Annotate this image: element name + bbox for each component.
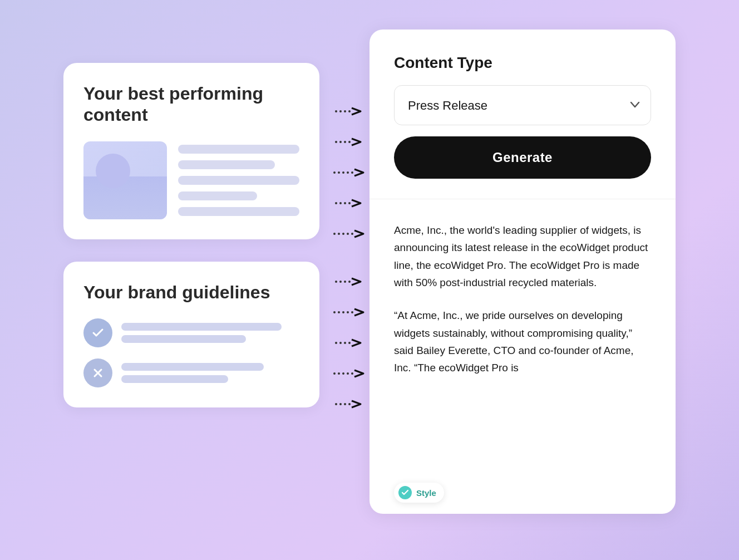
svg-point-11 <box>338 171 340 174</box>
paragraph-1: Acme, Inc., the world's leading supplier… <box>394 222 651 291</box>
svg-point-22 <box>347 233 349 235</box>
cross-circle <box>83 358 112 387</box>
svg-point-32 <box>351 311 353 313</box>
content-line <box>178 207 299 216</box>
content-line <box>178 145 299 154</box>
svg-point-4 <box>344 110 346 112</box>
svg-point-30 <box>342 311 344 313</box>
content-type-section: Content Type Press Release Blog Post Soc… <box>370 30 676 199</box>
arrow-2 <box>333 137 363 147</box>
svg-point-2 <box>335 110 337 112</box>
generate-button[interactable]: Generate <box>394 136 651 179</box>
svg-point-9 <box>348 141 351 143</box>
svg-point-40 <box>347 372 349 375</box>
svg-point-35 <box>344 342 346 344</box>
svg-point-16 <box>339 202 342 204</box>
svg-point-21 <box>342 233 344 235</box>
svg-point-10 <box>333 171 336 174</box>
content-type-select[interactable]: Press Release Blog Post Social Media Pos… <box>394 85 651 125</box>
svg-point-8 <box>344 141 346 143</box>
card2-title: Your brand guidelines <box>83 282 299 303</box>
svg-point-17 <box>344 202 346 204</box>
brand-row-cross <box>83 358 299 387</box>
svg-point-33 <box>335 342 337 344</box>
style-badge[interactable]: Style <box>394 483 444 503</box>
style-badge-icon <box>398 486 412 499</box>
svg-point-7 <box>339 141 342 143</box>
content-line <box>178 160 275 169</box>
left-panel: Your best performing content Your brand … <box>63 30 326 407</box>
svg-point-12 <box>342 171 344 174</box>
content-type-heading: Content Type <box>394 54 651 72</box>
svg-point-26 <box>344 281 346 283</box>
svg-point-38 <box>338 372 340 375</box>
arrows-container <box>326 30 370 419</box>
card1-lines <box>178 145 299 216</box>
svg-point-31 <box>347 311 349 313</box>
generated-content-section: Acme, Inc., the world's leading supplier… <box>370 199 676 401</box>
arrow-8 <box>333 338 363 348</box>
style-badge-label: Style <box>416 488 436 498</box>
brand-guidelines-card: Your brand guidelines <box>63 262 319 407</box>
svg-point-28 <box>333 311 336 313</box>
paragraph-2: “At Acme, Inc., we pride ourselves on de… <box>394 307 651 376</box>
svg-point-19 <box>333 233 336 235</box>
svg-point-5 <box>348 110 351 112</box>
svg-point-18 <box>348 202 351 204</box>
image-placeholder <box>83 141 167 219</box>
svg-point-25 <box>339 281 342 283</box>
content-line <box>178 191 257 200</box>
svg-point-6 <box>335 141 337 143</box>
svg-point-29 <box>338 311 340 313</box>
brand-row-check <box>83 318 299 347</box>
svg-point-43 <box>339 403 342 405</box>
select-wrapper: Press Release Blog Post Social Media Pos… <box>394 85 651 125</box>
brand-line <box>121 335 246 343</box>
check-circle <box>83 318 112 347</box>
right-panel: Content Type Press Release Blog Post Soc… <box>370 30 676 514</box>
arrow-6 <box>333 277 363 287</box>
svg-point-15 <box>335 202 337 204</box>
arrow-3 <box>331 168 364 178</box>
arrow-10 <box>333 399 363 409</box>
svg-point-24 <box>335 281 337 283</box>
brand-line <box>121 375 228 383</box>
brand-lines-1 <box>121 323 299 343</box>
svg-point-37 <box>333 372 336 375</box>
brand-lines-2 <box>121 363 299 383</box>
best-content-card: Your best performing content <box>63 63 319 239</box>
svg-point-36 <box>348 342 351 344</box>
svg-point-14 <box>351 171 353 174</box>
arrow-4 <box>333 198 363 208</box>
brand-line <box>121 323 282 331</box>
svg-point-39 <box>342 372 344 375</box>
content-line <box>178 176 299 185</box>
arrow-7 <box>331 307 364 317</box>
card1-title: Your best performing content <box>83 83 299 126</box>
arrow-5 <box>331 229 364 239</box>
brand-line <box>121 363 264 371</box>
arrow-1 <box>333 106 363 116</box>
svg-point-3 <box>339 110 342 112</box>
card1-illustration <box>83 141 299 219</box>
svg-point-13 <box>347 171 349 174</box>
svg-point-34 <box>339 342 342 344</box>
svg-point-45 <box>348 403 351 405</box>
svg-point-27 <box>348 281 351 283</box>
svg-point-20 <box>338 233 340 235</box>
card2-illustration <box>83 318 299 387</box>
arrow-9 <box>331 369 364 379</box>
svg-point-23 <box>351 233 353 235</box>
svg-point-44 <box>344 403 346 405</box>
svg-point-42 <box>335 403 337 405</box>
svg-point-41 <box>351 372 353 375</box>
generated-text: Acme, Inc., the world's leading supplier… <box>394 222 651 377</box>
